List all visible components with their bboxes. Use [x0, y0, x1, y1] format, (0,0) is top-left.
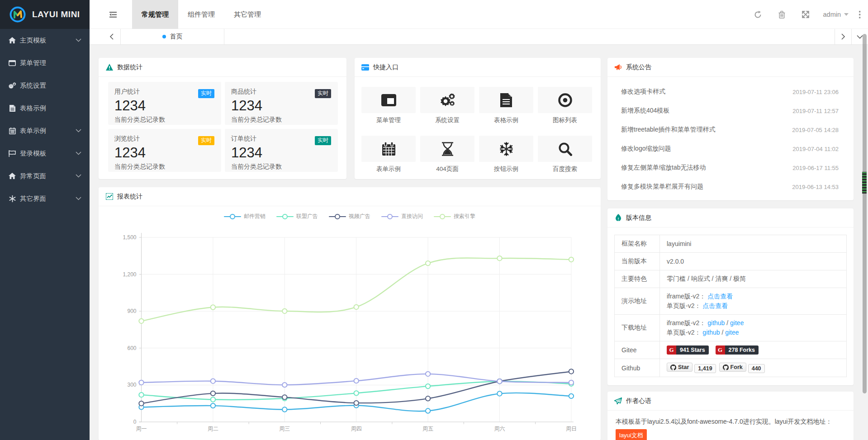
- quick-entry-label: 按钮示例: [479, 165, 533, 173]
- user-menu[interactable]: admin: [823, 11, 849, 18]
- table-row: 下载地址 iframe版-v2： github / gitee 单页版-v2： …: [615, 315, 847, 341]
- github-fork-count[interactable]: 440: [748, 364, 765, 373]
- quick-entry-1[interactable]: 菜单管理: [361, 87, 416, 124]
- user-name[interactable]: admin: [823, 11, 841, 18]
- header-tab-1[interactable]: 常规管理: [132, 0, 178, 29]
- bullhorn-icon: [614, 63, 622, 71]
- home-icon: [8, 172, 16, 180]
- card-author-words-header: 作者心语: [607, 392, 854, 411]
- announcement-row-2: 新增系统404模板2019-07-11 12:57: [607, 101, 854, 120]
- sidebar-item-3[interactable]: 系统设置: [0, 74, 90, 97]
- table-row: 当前版本 v2.0.0: [615, 253, 847, 270]
- gitee-stars-badge[interactable]: G941 Stars: [667, 345, 709, 355]
- sidebar-item-label: 系统设置: [20, 81, 81, 90]
- sidebar-item-label: 异常页面: [20, 172, 76, 180]
- legend-item-1[interactable]: 邮件营销: [224, 213, 266, 220]
- more-menu-icon[interactable]: [859, 11, 861, 19]
- quick-entry-5[interactable]: 表单示例: [361, 136, 416, 173]
- legend-item-5[interactable]: 搜索引擎: [434, 213, 475, 220]
- table-row: Github Star1,419Fork440: [615, 359, 847, 377]
- window-big-icon: [381, 94, 396, 106]
- quick-entry-7[interactable]: 按钮示例: [479, 136, 533, 173]
- layui-doc-badge[interactable]: layui文档: [616, 429, 647, 440]
- card-data-stats-header: 数据统计: [99, 58, 346, 77]
- svg-text:周三: 周三: [279, 426, 290, 432]
- tab-home[interactable]: 首页: [121, 29, 224, 44]
- header-tab-2[interactable]: 组件管理: [178, 0, 224, 29]
- github-fork-button[interactable]: Fork: [719, 363, 746, 372]
- calendar-big-icon: [382, 142, 395, 156]
- version-table: 框架名称 layuimini 当前版本 v2.0.0 主要特色 零门槛 / 响应…: [614, 235, 847, 377]
- announcement-text: 修复左侧菜单缩放tab无法移动: [621, 164, 792, 172]
- legend-marker: [329, 214, 346, 219]
- demo-spa-link[interactable]: 点击查看: [702, 302, 728, 309]
- separator: /: [720, 329, 726, 336]
- gitee-forks-badge[interactable]: G278 Forks: [716, 345, 759, 355]
- sidebar-item-6[interactable]: 登录模板: [0, 142, 90, 165]
- sidebar-item-2[interactable]: 菜单管理: [0, 52, 90, 74]
- announcement-text: 修复多模块菜单栏展开有问题: [621, 183, 792, 191]
- dl-iframe-gitee-link[interactable]: gitee: [730, 319, 744, 326]
- sidebar-item-5[interactable]: 表单示例: [0, 119, 90, 142]
- quick-entry-label: 百度搜索: [538, 165, 592, 173]
- version-framework-value: layuimini: [660, 235, 847, 253]
- chevron-down-icon: [76, 151, 81, 155]
- refresh-icon[interactable]: [754, 11, 762, 19]
- tab-scroll-right[interactable]: [835, 29, 851, 44]
- realtime-badge: 实时: [198, 89, 214, 98]
- github-star-button[interactable]: Star: [667, 363, 693, 372]
- app-title: LAYUI MINI: [32, 9, 80, 19]
- sidebar-item-4[interactable]: 表格示例: [0, 97, 90, 119]
- dl-iframe-github-link[interactable]: github: [707, 319, 725, 326]
- header-tab-3[interactable]: 其它管理: [224, 0, 270, 29]
- gitee-forks-count: 278 Forks: [725, 345, 759, 355]
- card-report-stats: 报表统计 邮件营销联盟广告视频广告直接访问搜索引擎 03006009001,20…: [99, 187, 601, 440]
- line-chart: 03006009001,2001,500周一周二周三周四周五周六周日: [99, 225, 601, 440]
- svg-text:周一: 周一: [136, 426, 147, 432]
- quick-entry-4[interactable]: 图标列表: [538, 87, 592, 124]
- chevron-down-icon: [76, 197, 81, 200]
- sidebar-item-label: 表单示例: [20, 127, 76, 135]
- svg-text:周二: 周二: [208, 426, 218, 432]
- dl-line1-prefix: iframe版-v2：: [667, 319, 706, 326]
- gears-icon: [8, 82, 16, 89]
- card-title: 系统公告: [626, 63, 651, 71]
- legend-label: 联盟广告: [296, 213, 318, 220]
- quick-entry-2[interactable]: 系统设置: [420, 87, 474, 124]
- github-fork-label: Fork: [730, 364, 743, 370]
- menu-toggle-icon[interactable]: [105, 0, 121, 29]
- sidebar-item-1[interactable]: 主页模板: [0, 29, 90, 52]
- scrollbar-track[interactable]: [863, 34, 867, 393]
- file-big-icon: [500, 93, 512, 107]
- quick-entry-8[interactable]: 百度搜索: [538, 136, 592, 173]
- sidebar-item-label: 主页模板: [20, 36, 76, 45]
- leaf-icon: [614, 214, 622, 222]
- fullscreen-icon[interactable]: [802, 11, 809, 18]
- card-version-info: 版本信息 框架名称 layuimini 当前版本 v2.0.0 主要特色 零门槛…: [607, 208, 854, 385]
- legend-item-4[interactable]: 直接访问: [381, 213, 423, 220]
- quick-entry-3[interactable]: 表格示例: [479, 87, 533, 124]
- chevron-down-icon: [76, 174, 81, 178]
- dl-spa-gitee-link[interactable]: gitee: [725, 329, 739, 336]
- svg-text:周四: 周四: [351, 426, 362, 432]
- sidebar-item-label: 菜单管理: [20, 59, 81, 67]
- version-feature-label: 主要特色: [615, 270, 660, 288]
- gitee-stars-count: 941 Stars: [676, 345, 709, 355]
- quick-entry-6[interactable]: 404页面: [420, 136, 474, 173]
- scrollbar-thumb[interactable]: [861, 170, 868, 195]
- github-star-count[interactable]: 1,419: [694, 364, 716, 373]
- legend-item-2[interactable]: 联盟广告: [276, 213, 318, 220]
- version-github-label: Github: [615, 359, 660, 377]
- legend-item-3[interactable]: 视频广告: [329, 213, 370, 220]
- sidebar-item-7[interactable]: 异常页面: [0, 165, 90, 187]
- dl-spa-github-link[interactable]: github: [702, 329, 720, 336]
- demo-iframe-link[interactable]: 点击查看: [707, 293, 733, 300]
- card-announcements-header: 系统公告: [607, 58, 854, 77]
- tab-scroll-left[interactable]: [103, 29, 121, 44]
- stat-caption: 当前分类总记录数: [114, 116, 215, 124]
- clear-cache-icon[interactable]: [778, 11, 785, 19]
- sidebar-item-8[interactable]: 其它界面: [0, 187, 90, 210]
- separator: /: [725, 319, 730, 326]
- realtime-badge: 实时: [315, 89, 331, 98]
- header-tabs: 常规管理组件管理其它管理: [132, 0, 270, 29]
